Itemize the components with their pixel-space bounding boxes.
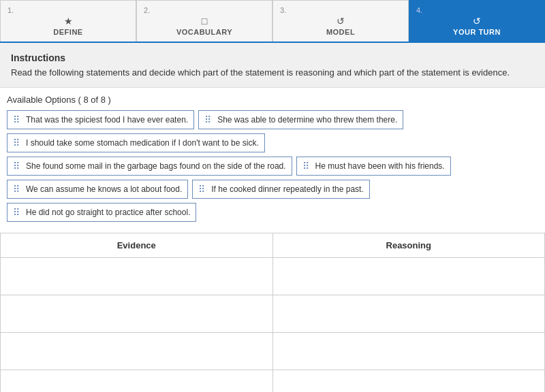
- drag-icon-6: ⠿: [13, 184, 20, 195]
- tab-yourturn-icon: ↺: [473, 16, 481, 27]
- option-text-6: We can assume he knows a lot about food.: [26, 184, 182, 194]
- tab-define-label: DEFINE: [53, 28, 82, 36]
- reasoning-cell-2[interactable]: [272, 295, 545, 333]
- tab-navigation: 1. ★ DEFINE 2. □ VOCABULARY 3. ↺ MODEL 4…: [0, 0, 545, 43]
- option-text-1: That was the spiciest food I have ever e…: [26, 115, 188, 125]
- options-grid: ⠿ That was the spiciest food I have ever…: [7, 110, 538, 222]
- tab-yourturn-num: 4.: [412, 6, 422, 14]
- option-text-5: He must have been with his friends.: [315, 161, 445, 171]
- reasoning-cell-4[interactable]: [272, 370, 545, 393]
- col-evidence-header: Evidence: [1, 233, 273, 258]
- drag-icon-8: ⠿: [13, 207, 20, 218]
- col-reasoning-header: Reasoning: [272, 233, 545, 258]
- option-text-4: She found some mail in the garbage bags …: [26, 161, 286, 171]
- option-chip-2[interactable]: ⠿ She was able to determine who threw th…: [198, 110, 403, 129]
- table-row-1: [1, 258, 545, 295]
- tab-yourturn-label: YOUR TURN: [453, 28, 501, 36]
- drag-icon-7: ⠿: [198, 184, 205, 195]
- options-title: Available Options ( 8 of 8 ): [7, 95, 538, 105]
- table-row-3: [1, 333, 545, 370]
- option-chip-1[interactable]: ⠿ That was the spiciest food I have ever…: [7, 110, 194, 129]
- instructions-box: Instructions Read the following statemen…: [0, 43, 545, 88]
- tab-your-turn[interactable]: 4. ↺ YOUR TURN: [409, 0, 545, 42]
- drag-table: Evidence Reasoning: [0, 233, 545, 392]
- instructions-text: Read the following statements and decide…: [11, 67, 534, 78]
- tab-define[interactable]: 1. ★ DEFINE: [0, 0, 136, 42]
- evidence-cell-4[interactable]: [1, 370, 273, 393]
- tab-model-icon: ↺: [337, 16, 345, 27]
- options-section: Available Options ( 8 of 8 ) ⠿ That was …: [0, 88, 545, 226]
- option-text-8: He did not go straight to practice after…: [26, 208, 190, 217]
- tab-vocab-icon: □: [202, 16, 207, 27]
- option-text-7: If he cooked dinner repeatedly in the pa…: [211, 184, 363, 194]
- option-chip-4[interactable]: ⠿ She found some mail in the garbage bag…: [7, 157, 292, 176]
- tab-define-icon: ★: [64, 16, 73, 27]
- option-chip-6[interactable]: ⠿ We can assume he knows a lot about foo…: [7, 180, 188, 199]
- option-chip-7[interactable]: ⠿ If he cooked dinner repeatedly in the …: [192, 180, 369, 199]
- tab-define-num: 1.: [3, 6, 14, 14]
- option-chip-8[interactable]: ⠿ He did not go straight to practice aft…: [7, 203, 196, 222]
- drag-icon-4: ⠿: [13, 161, 20, 172]
- reasoning-cell-3[interactable]: [272, 333, 545, 370]
- evidence-cell-2[interactable]: [1, 295, 273, 333]
- table-row-4: [1, 370, 545, 393]
- drag-icon-2: ⠿: [204, 114, 211, 125]
- drag-icon-3: ⠿: [13, 137, 20, 148]
- drag-icon-1: ⠿: [13, 114, 20, 125]
- tab-vocab-label: VOCABULARY: [176, 28, 232, 36]
- option-text-3: I should take some stomach medication if…: [26, 138, 259, 148]
- tab-model[interactable]: 3. ↺ MODEL: [272, 0, 409, 42]
- table-row-2: [1, 295, 545, 333]
- option-text-2: She was able to determine who threw them…: [217, 115, 397, 125]
- drag-icon-5: ⠿: [302, 161, 309, 172]
- reasoning-cell-1[interactable]: [272, 258, 545, 295]
- evidence-cell-1[interactable]: [1, 258, 273, 295]
- evidence-cell-3[interactable]: [1, 333, 273, 370]
- option-chip-3[interactable]: ⠿ I should take some stomach medication …: [7, 133, 265, 152]
- instructions-title: Instructions: [11, 52, 534, 63]
- tab-vocabulary[interactable]: 2. □ VOCABULARY: [136, 0, 272, 42]
- tab-model-label: MODEL: [326, 28, 355, 36]
- tab-model-num: 3.: [276, 6, 286, 14]
- option-chip-5[interactable]: ⠿ He must have been with his friends.: [296, 157, 451, 176]
- tab-vocab-num: 2.: [140, 6, 150, 14]
